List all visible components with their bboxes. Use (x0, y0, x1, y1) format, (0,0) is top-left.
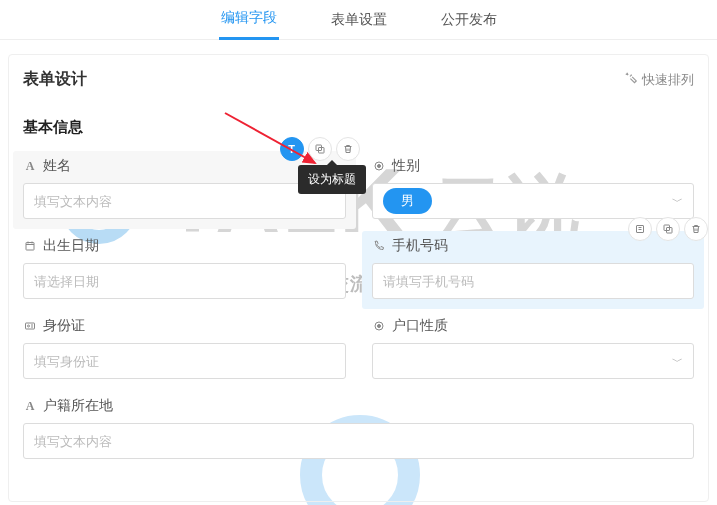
field-hukou[interactable]: 户口性质 ﹀ (372, 317, 695, 379)
radio-icon (372, 160, 386, 172)
field-gender-label: 性别 (392, 157, 420, 175)
field-birth[interactable]: 出生日期 (23, 237, 346, 299)
field-name-actions: T (280, 137, 360, 161)
form-row: T 设为标题 A 姓名 (23, 157, 694, 219)
phone-icon (372, 240, 386, 252)
quick-sort-label: 快速排列 (642, 71, 694, 89)
tab-form-settings[interactable]: 表单设置 (329, 1, 389, 39)
chevron-down-icon: ﹀ (672, 354, 683, 369)
hukou-select[interactable]: ﹀ (372, 343, 695, 379)
birth-input[interactable] (23, 263, 346, 299)
field-idcard-label-row: 身份证 (23, 317, 346, 335)
svg-point-11 (377, 325, 380, 328)
svg-point-9 (28, 325, 30, 327)
field-gender-label-row: 性别 (372, 157, 695, 175)
form-row: 出生日期 (23, 237, 694, 299)
field-hukou-label-row: 户口性质 (372, 317, 695, 335)
field-gender[interactable]: 性别 男 ﹀ (372, 157, 695, 219)
svg-rect-4 (26, 243, 34, 251)
top-tabs: 编辑字段 表单设置 公开发布 (0, 0, 717, 40)
card-header: 表单设计 快速排列 (23, 69, 694, 90)
field-phone-actions (628, 217, 708, 241)
set-title-icon[interactable]: T (280, 137, 304, 161)
chevron-down-icon: ﹀ (672, 194, 683, 209)
copy-icon[interactable] (308, 137, 332, 161)
field-idcard-label: 身份证 (43, 317, 85, 335)
form-row: 身份证 户口性质 ﹀ (23, 317, 694, 379)
field-address[interactable]: A 户籍所在地 (23, 397, 694, 459)
text-icon: A (23, 159, 37, 174)
tab-publish[interactable]: 公开发布 (439, 1, 499, 39)
delete-icon[interactable] (684, 217, 708, 241)
text-icon: A (23, 399, 37, 414)
field-phone[interactable]: 手机号码 (362, 231, 705, 309)
calendar-icon (23, 240, 37, 252)
idcard-input[interactable] (23, 343, 346, 379)
address-input[interactable] (23, 423, 694, 459)
delete-icon[interactable] (336, 137, 360, 161)
field-name[interactable]: T 设为标题 A 姓名 (13, 151, 356, 229)
form-row: A 户籍所在地 (23, 397, 694, 459)
fields-container: T 设为标题 A 姓名 (23, 157, 694, 459)
quick-sort-button[interactable]: 快速排列 (624, 71, 694, 89)
field-address-label-row: A 户籍所在地 (23, 397, 694, 415)
idcard-icon (23, 320, 37, 332)
field-birth-label-row: 出生日期 (23, 237, 346, 255)
gender-select[interactable]: 男 ﹀ (372, 183, 695, 219)
edit-icon[interactable] (628, 217, 652, 241)
tab-edit-fields[interactable]: 编辑字段 (219, 0, 279, 40)
set-title-tooltip: 设为标题 (298, 165, 366, 194)
radio-icon (372, 320, 386, 332)
field-address-label: 户籍所在地 (43, 397, 113, 415)
svg-point-3 (377, 165, 380, 168)
phone-input[interactable] (372, 263, 695, 299)
gender-value-pill: 男 (383, 188, 432, 214)
field-name-label: 姓名 (43, 157, 71, 175)
field-idcard[interactable]: 身份证 (23, 317, 346, 379)
copy-icon[interactable] (656, 217, 680, 241)
field-phone-label: 手机号码 (392, 237, 448, 255)
field-birth-label: 出生日期 (43, 237, 99, 255)
magic-sort-icon (624, 71, 638, 88)
field-hukou-label: 户口性质 (392, 317, 448, 335)
form-design-card: 表单设计 快速排列 基本信息 T 设为标题 (8, 54, 709, 502)
page-title: 表单设计 (23, 69, 87, 90)
